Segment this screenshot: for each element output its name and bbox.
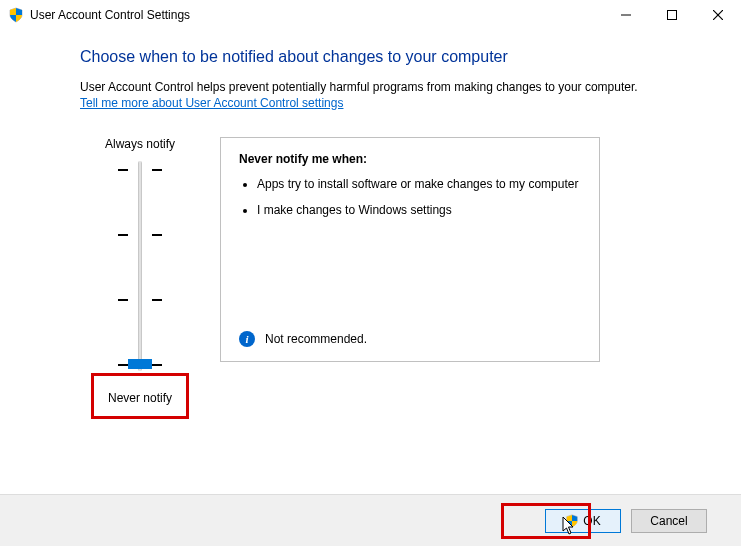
panel-title: Never notify me when: bbox=[239, 152, 581, 166]
titlebar: User Account Control Settings bbox=[0, 0, 741, 30]
svg-rect-1 bbox=[668, 11, 677, 20]
slider-label-always: Always notify bbox=[105, 137, 175, 151]
description-panel: Never notify me when: Apps try to instal… bbox=[220, 137, 600, 362]
window-title: User Account Control Settings bbox=[30, 8, 190, 22]
notification-slider[interactable] bbox=[110, 161, 170, 371]
ok-button-label: OK bbox=[583, 514, 600, 528]
minimize-button[interactable] bbox=[603, 0, 649, 30]
cancel-button[interactable]: Cancel bbox=[631, 509, 707, 533]
uac-shield-icon bbox=[8, 7, 24, 23]
window-controls bbox=[603, 0, 741, 30]
uac-shield-icon bbox=[565, 514, 579, 528]
slider-column: Always notify Never notify bbox=[80, 137, 200, 405]
panel-bullet: I make changes to Windows settings bbox=[257, 202, 581, 218]
slider-label-never: Never notify bbox=[108, 391, 172, 405]
body-text: User Account Control helps prevent poten… bbox=[80, 80, 679, 111]
info-icon: i bbox=[239, 331, 255, 347]
panel-bullet: Apps try to install software or make cha… bbox=[257, 176, 581, 192]
cancel-button-label: Cancel bbox=[650, 514, 687, 528]
content-area: Choose when to be notified about changes… bbox=[0, 30, 741, 405]
footer-bar: OK Cancel bbox=[0, 494, 741, 546]
body-text-line: User Account Control helps prevent poten… bbox=[80, 80, 638, 94]
panel-bullet-list: Apps try to install software or make cha… bbox=[257, 176, 581, 218]
recommendation-text: Not recommended. bbox=[265, 332, 367, 346]
slider-thumb[interactable] bbox=[128, 359, 152, 369]
page-heading: Choose when to be notified about changes… bbox=[80, 48, 679, 66]
help-link[interactable]: Tell me more about User Account Control … bbox=[80, 96, 343, 110]
ok-button[interactable]: OK bbox=[545, 509, 621, 533]
close-button[interactable] bbox=[695, 0, 741, 30]
maximize-button[interactable] bbox=[649, 0, 695, 30]
